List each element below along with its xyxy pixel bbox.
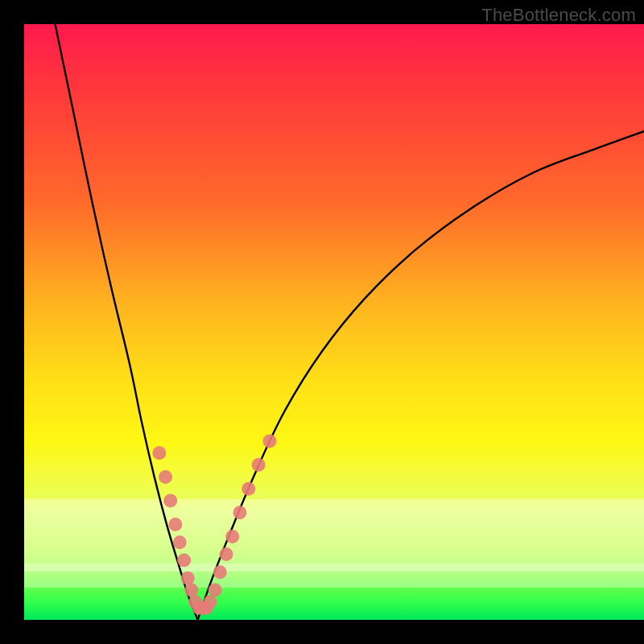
plot-area [24, 24, 644, 620]
curve-left-curve [56, 24, 198, 620]
marker-point [163, 494, 177, 508]
marker-point [262, 435, 276, 448]
wash-band-lower [24, 564, 644, 588]
marker-point [181, 572, 195, 585]
marker-point [208, 584, 222, 597]
marker-point [200, 601, 213, 615]
marker-point [184, 584, 198, 597]
marker-point [168, 518, 182, 531]
marker-point [188, 595, 202, 609]
marker-point [213, 565, 227, 579]
marker-point [159, 470, 172, 484]
marker-point [252, 458, 266, 472]
marker-point [242, 482, 255, 496]
marker-point [177, 554, 191, 568]
marker-point [225, 530, 239, 543]
wash-band [24, 499, 644, 572]
marker-point [233, 506, 246, 519]
marker-point [152, 446, 166, 460]
chart-frame: TheBottleneck.com [0, 0, 644, 644]
curve-layer [24, 24, 644, 620]
marker-point [192, 601, 206, 615]
marker-point [220, 547, 233, 561]
marker-point [196, 601, 209, 615]
watermark-label: TheBottleneck.com [481, 5, 636, 26]
curve-right-curve [198, 131, 644, 620]
marker-point [204, 595, 217, 609]
marker-point [173, 535, 187, 549]
